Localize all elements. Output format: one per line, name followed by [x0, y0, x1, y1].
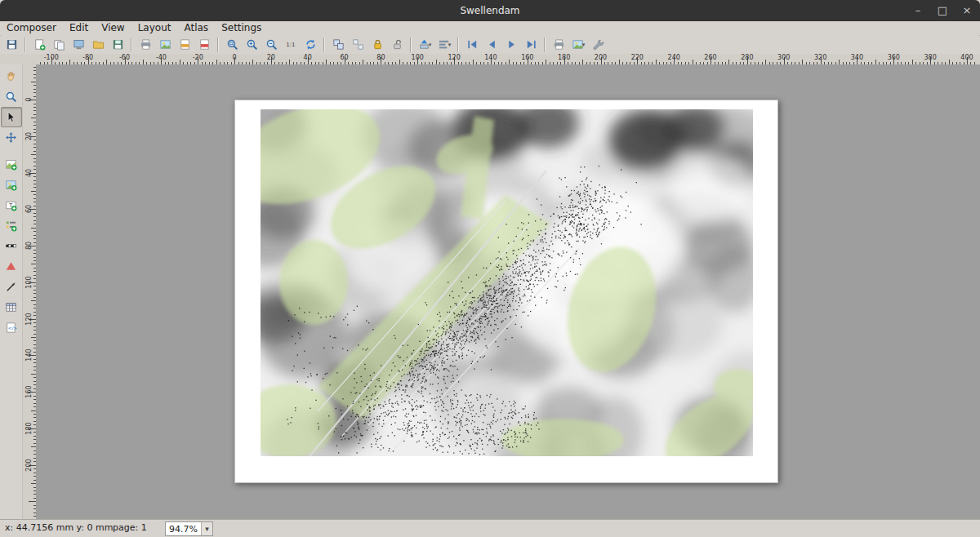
horizontal-ruler: -100-80-60-40-20020406080100120140160180…	[0, 54, 980, 65]
ungroup-items-button[interactable]	[348, 35, 368, 54]
save-project-button[interactable]	[2, 35, 21, 54]
add-image-tool[interactable]	[1, 175, 22, 195]
atlas-last-feature-button[interactable]	[521, 35, 541, 54]
ruler-label: 180	[25, 422, 33, 434]
select-move-item-tool[interactable]	[1, 107, 22, 127]
close-button[interactable]: ×	[960, 0, 973, 21]
ruler-label: 120	[25, 313, 33, 325]
ruler-label: 380	[924, 54, 936, 61]
hand-icon	[5, 70, 17, 82]
add-basic-shape-tool[interactable]	[1, 256, 22, 277]
export-as-image-button[interactable]	[155, 35, 175, 54]
ruler-label: 60	[25, 205, 33, 213]
zoom-full-button[interactable]	[222, 35, 242, 54]
pdf-icon	[198, 38, 211, 51]
add-scalebar-icon	[5, 240, 17, 252]
ruler-label: 280	[741, 54, 753, 61]
ruler-label: -40	[156, 54, 167, 61]
ruler-label: 160	[521, 54, 533, 61]
minimize-button[interactable]: –	[911, 0, 924, 21]
new-icon	[33, 38, 46, 51]
svg-text:1:1: 1:1	[286, 41, 295, 48]
align-selected-items-button[interactable]: ▾	[434, 35, 454, 54]
add-label-icon: T	[5, 199, 17, 211]
ruler-label: 60	[340, 54, 348, 61]
ruler-label: 200	[595, 54, 607, 61]
add-new-map-tool[interactable]	[1, 154, 22, 175]
menu-edit[interactable]: Edit	[63, 21, 95, 35]
menu-settings[interactable]: Settings	[215, 21, 268, 35]
composition-page[interactable]	[234, 100, 778, 483]
pan-composer-tool[interactable]	[1, 66, 22, 87]
ruler-label: 40	[25, 168, 33, 176]
save-template-icon	[112, 38, 124, 51]
lock-icon	[372, 38, 384, 51]
menu-layout[interactable]: Layout	[131, 21, 178, 35]
print-atlas-button[interactable]	[549, 35, 568, 54]
add-new-legend-tool[interactable]	[1, 215, 22, 236]
duplicate-composer-button[interactable]	[49, 35, 69, 54]
export-atlas-button[interactable]: ▾	[568, 35, 588, 54]
zoom-composer-tool[interactable]	[1, 87, 22, 107]
menu-composer[interactable]: Composer	[0, 21, 63, 35]
ruler-label: 220	[631, 54, 644, 61]
wrench-icon	[592, 38, 604, 51]
unlock-all-items-button[interactable]	[387, 35, 407, 54]
move-item-content-tool[interactable]	[1, 127, 22, 148]
add-arrow-tool[interactable]	[1, 277, 22, 297]
zoom-in-button[interactable]	[242, 35, 261, 54]
menu-view[interactable]: View	[95, 21, 131, 35]
ruler-label: 140	[25, 349, 33, 362]
group-icon	[332, 38, 345, 51]
atlas-previous-feature-button[interactable]	[482, 35, 501, 54]
add-new-label-tool[interactable]: T	[1, 195, 22, 215]
chevron-down-icon: ▾	[429, 42, 432, 48]
left-toolbox: T</>	[0, 64, 23, 520]
add-attribute-table-tool[interactable]	[1, 297, 22, 317]
ruler-label: 0	[232, 54, 236, 61]
svg-icon	[179, 38, 191, 51]
atlas-settings-button[interactable]	[588, 35, 608, 54]
ruler-label: 100	[25, 276, 33, 288]
unlock-icon	[391, 38, 403, 51]
refresh-view-button[interactable]	[301, 35, 320, 54]
menubar: ComposerEditViewLayoutAtlasSettings	[0, 21, 980, 36]
ruler-label: 340	[851, 54, 863, 61]
group-items-button[interactable]	[328, 35, 348, 54]
zoom-in-icon	[246, 38, 258, 51]
ruler-label: -80	[82, 54, 93, 61]
composer-canvas[interactable]	[36, 64, 980, 520]
toolbar-separator	[457, 38, 459, 52]
add-html-frame-tool[interactable]: </>	[1, 317, 22, 338]
ruler-label: 140	[484, 54, 497, 61]
manager-icon	[73, 38, 85, 51]
maximize-button[interactable]: □	[936, 0, 949, 21]
add-new-scalebar-tool[interactable]	[1, 236, 22, 256]
zoom-actual-size-button[interactable]: 1:1	[281, 35, 301, 54]
menu-atlas[interactable]: Atlas	[177, 21, 215, 35]
load-from-template-button[interactable]	[88, 35, 108, 54]
raise-selected-items-button[interactable]: ▾	[415, 35, 434, 54]
print-button[interactable]	[136, 35, 155, 54]
lock-selected-items-button[interactable]	[368, 35, 387, 54]
new-composer-button[interactable]	[29, 35, 49, 54]
qgis-composer-window: Swellendam –□× ComposerEditViewLayoutAtl…	[0, 0, 980, 537]
ruler-label: -60	[119, 54, 130, 61]
move-content-icon	[5, 131, 17, 144]
composition-map-item[interactable]	[261, 109, 753, 456]
zoom-combobox[interactable]: 94.7% ▾	[165, 521, 213, 536]
save-as-template-button[interactable]	[108, 35, 127, 54]
composer-manager-button[interactable]	[69, 35, 88, 54]
export-as-svg-button[interactable]	[175, 35, 194, 54]
atlas-next-feature-button[interactable]	[501, 35, 521, 54]
statusbar: x: 44.7156 mm y: 0 mm page: 1 94.7% ▾	[0, 519, 980, 537]
export-as-pdf-button[interactable]	[194, 35, 214, 54]
zoom-out-button[interactable]	[261, 35, 281, 54]
ruler-label: -20	[193, 54, 203, 61]
ruler-label: 20	[25, 132, 33, 140]
cursor-position: x: 44.7156 mm y: 0 mm	[5, 522, 113, 533]
add-html-icon: </>	[5, 322, 17, 334]
ruler-label: 160	[25, 385, 33, 397]
atlas-first-feature-button[interactable]	[462, 35, 482, 54]
toolbar-separator	[217, 38, 219, 52]
